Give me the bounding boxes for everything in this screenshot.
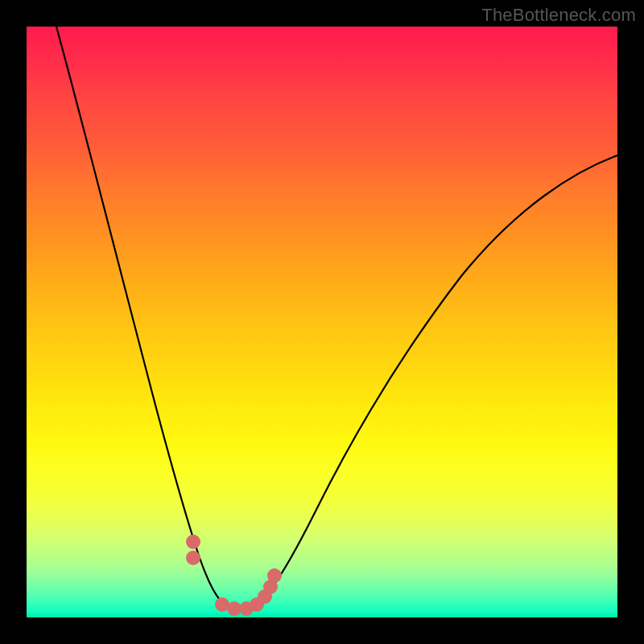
chart-frame: TheBottleneck.com bbox=[0, 0, 644, 644]
svg-point-0 bbox=[186, 535, 200, 549]
svg-point-1 bbox=[186, 551, 200, 565]
curve-layer bbox=[27, 27, 617, 617]
bottleneck-curve bbox=[56, 27, 617, 609]
watermark-text: TheBottleneck.com bbox=[481, 5, 636, 26]
svg-point-8 bbox=[267, 568, 282, 583]
plot-area bbox=[27, 27, 617, 617]
highlight-dots bbox=[186, 535, 282, 616]
